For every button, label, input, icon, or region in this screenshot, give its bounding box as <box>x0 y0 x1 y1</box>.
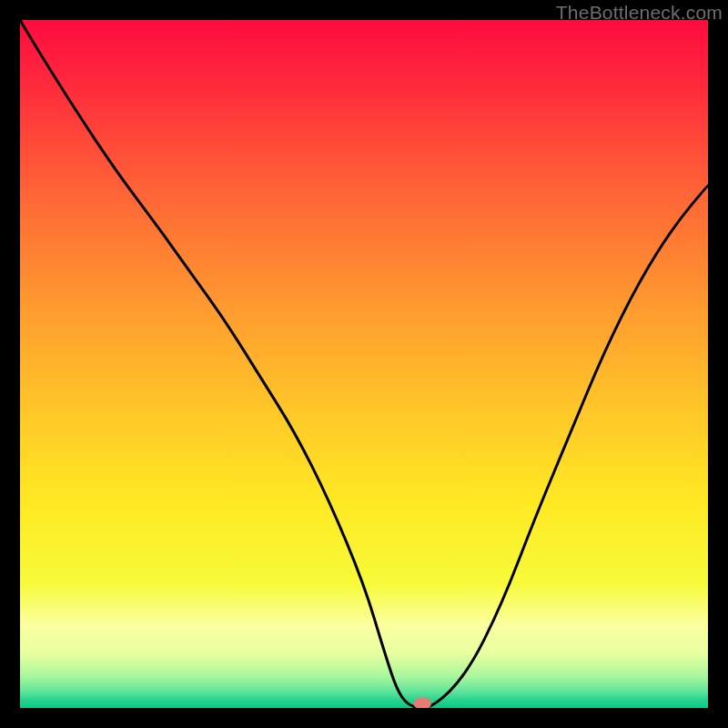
plot-area <box>20 20 708 708</box>
chart-svg <box>20 20 708 708</box>
chart-background <box>20 20 708 708</box>
chart-frame: TheBottleneck.com <box>0 0 728 728</box>
